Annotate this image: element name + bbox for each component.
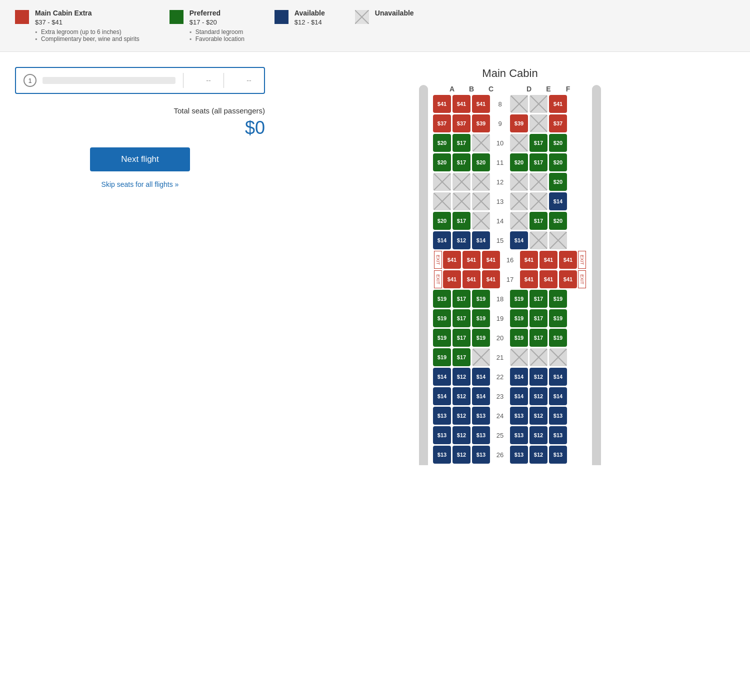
seat-14-A[interactable]: $20 <box>433 212 451 230</box>
seat-11-D[interactable]: $20 <box>510 153 528 171</box>
seat-12-F[interactable]: $20 <box>549 173 567 191</box>
seat-11-B[interactable]: $17 <box>452 153 470 171</box>
seat-17-B[interactable]: $41 <box>462 270 480 288</box>
seat-18-C[interactable]: $19 <box>472 290 490 308</box>
seat-18-B[interactable]: $17 <box>452 290 470 308</box>
seat-map-container: Main Cabin A B C D E <box>285 67 735 465</box>
seat-9-F[interactable]: $37 <box>549 114 567 132</box>
seat-21-B[interactable]: $17 <box>452 348 470 366</box>
seat-19-A[interactable]: $19 <box>433 309 451 327</box>
seat-16-C[interactable]: $41 <box>482 251 500 269</box>
seat-11-A[interactable]: $20 <box>433 153 451 171</box>
seat-26-E[interactable]: $12 <box>530 446 548 464</box>
seat-17-C[interactable]: $41 <box>482 270 500 288</box>
seat-13-F[interactable]: $14 <box>549 192 567 210</box>
seat-9-B[interactable]: $37 <box>452 114 470 132</box>
seat-18-F[interactable]: $19 <box>549 290 567 308</box>
seat-24-F[interactable]: $13 <box>549 407 567 425</box>
seat-19-D[interactable]: $19 <box>510 309 528 327</box>
seat-26-A[interactable]: $13 <box>433 446 451 464</box>
seat-8-C[interactable]: $41 <box>472 95 490 113</box>
seat-24-A[interactable]: $13 <box>433 407 451 425</box>
seat-25-A[interactable]: $13 <box>433 426 451 444</box>
seat-20-A[interactable]: $19 <box>433 329 451 347</box>
seat-14-E[interactable]: $17 <box>530 212 548 230</box>
seat-25-C[interactable]: $13 <box>472 426 490 444</box>
seat-16-A[interactable]: $41 <box>443 251 461 269</box>
seat-24-E[interactable]: $12 <box>530 407 548 425</box>
seat-23-E[interactable]: $12 <box>530 387 548 405</box>
seat-23-C[interactable]: $14 <box>472 387 490 405</box>
seat-10-A[interactable]: $20 <box>433 134 451 152</box>
seat-9-A[interactable]: $37 <box>433 114 451 132</box>
seat-20-D[interactable]: $19 <box>510 329 528 347</box>
seat-20-C[interactable]: $19 <box>472 329 490 347</box>
seat-24-D[interactable]: $13 <box>510 407 528 425</box>
seat-17-E[interactable]: $41 <box>540 270 558 288</box>
seat-18-D[interactable]: $19 <box>510 290 528 308</box>
seat-row-14: $20$1714$17$20 <box>433 212 587 230</box>
seat-14-F[interactable]: $20 <box>549 212 567 230</box>
skip-seats-link[interactable]: Skip seats for all flights » <box>15 180 265 188</box>
seat-21-A[interactable]: $19 <box>433 348 451 366</box>
seat-row-21: $19$1721 <box>433 348 587 366</box>
seat-16-E[interactable]: $41 <box>540 251 558 269</box>
seat-22-A[interactable]: $14 <box>433 368 451 386</box>
seat-11-C[interactable]: $20 <box>472 153 490 171</box>
seat-10-E[interactable]: $17 <box>530 134 548 152</box>
seat-19-B[interactable]: $17 <box>452 309 470 327</box>
seat-24-B[interactable]: $12 <box>452 407 470 425</box>
seat-25-F[interactable]: $13 <box>549 426 567 444</box>
seat-17-D[interactable]: $41 <box>520 270 538 288</box>
seat-8-F[interactable]: $41 <box>549 95 567 113</box>
seat-10-B[interactable]: $17 <box>452 134 470 152</box>
seat-9-C[interactable]: $39 <box>472 114 490 132</box>
seat-8-A[interactable]: $41 <box>433 95 451 113</box>
seat-23-B[interactable]: $12 <box>452 387 470 405</box>
seat-25-D[interactable]: $13 <box>510 426 528 444</box>
seat-22-C[interactable]: $14 <box>472 368 490 386</box>
seat-18-A[interactable]: $19 <box>433 290 451 308</box>
seat-16-D[interactable]: $41 <box>520 251 538 269</box>
seat-26-C[interactable]: $13 <box>472 446 490 464</box>
seat-15-C[interactable]: $14 <box>472 231 490 249</box>
seat-25-E[interactable]: $12 <box>530 426 548 444</box>
seat-20-B[interactable]: $17 <box>452 329 470 347</box>
seat-15-B[interactable]: $12 <box>452 231 470 249</box>
seat-17-F[interactable]: $41 <box>559 270 577 288</box>
seat-19-C[interactable]: $19 <box>472 309 490 327</box>
seat-24-C[interactable]: $13 <box>472 407 490 425</box>
seat-11-E[interactable]: $17 <box>530 153 548 171</box>
seat-20-E[interactable]: $17 <box>530 329 548 347</box>
seat-22-E[interactable]: $12 <box>530 368 548 386</box>
seat-20-F[interactable]: $19 <box>549 329 567 347</box>
seat-15-D[interactable]: $14 <box>510 231 528 249</box>
seat-8-B[interactable]: $41 <box>452 95 470 113</box>
seat-18-E[interactable]: $17 <box>530 290 548 308</box>
seat-10-F[interactable]: $20 <box>549 134 567 152</box>
seat-17-A[interactable]: $41 <box>443 270 461 288</box>
seat-14-B[interactable]: $17 <box>452 212 470 230</box>
seat-22-F[interactable]: $14 <box>549 368 567 386</box>
seat-group-right-17: $41$41$41 <box>520 270 577 288</box>
seat-25-B[interactable]: $12 <box>452 426 470 444</box>
seat-23-F[interactable]: $14 <box>549 387 567 405</box>
seat-15-A[interactable]: $14 <box>433 231 451 249</box>
seat-26-F[interactable]: $13 <box>549 446 567 464</box>
legend-item-available: Available$12 - $14 <box>274 9 325 28</box>
seat-22-D[interactable]: $14 <box>510 368 528 386</box>
seat-19-F[interactable]: $19 <box>549 309 567 327</box>
seat-23-A[interactable]: $14 <box>433 387 451 405</box>
next-flight-button[interactable]: Next flight <box>90 147 190 171</box>
seat-16-F[interactable]: $41 <box>559 251 577 269</box>
seat-19-E[interactable]: $17 <box>530 309 548 327</box>
seat-group-right-26: $13$12$13 <box>510 446 567 464</box>
seat-22-B[interactable]: $12 <box>452 368 470 386</box>
seat-26-B[interactable]: $12 <box>452 446 470 464</box>
seat-16-B[interactable]: $41 <box>462 251 480 269</box>
seat-row-24: $13$12$1324$13$12$13 <box>433 407 587 425</box>
seat-23-D[interactable]: $14 <box>510 387 528 405</box>
seat-26-D[interactable]: $13 <box>510 446 528 464</box>
seat-11-F[interactable]: $20 <box>549 153 567 171</box>
seat-9-D[interactable]: $39 <box>510 114 528 132</box>
